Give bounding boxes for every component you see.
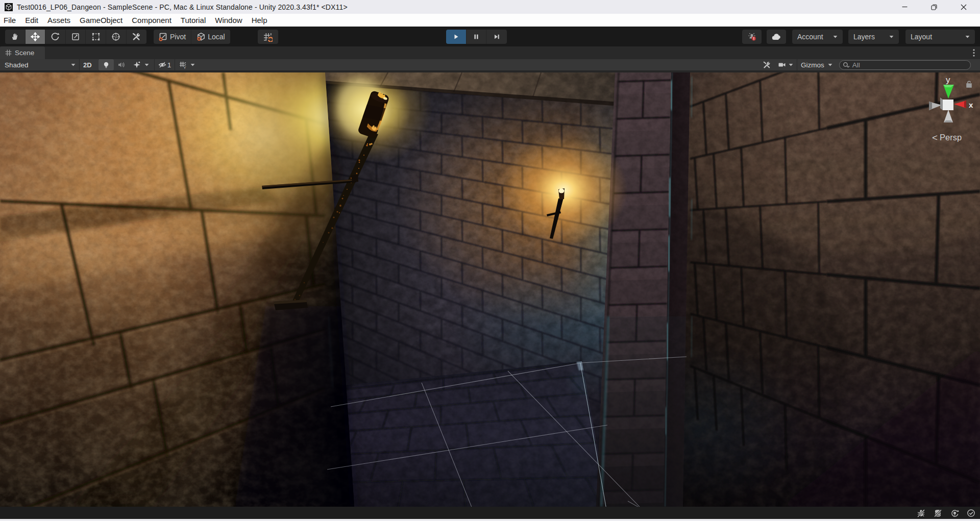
svg-text:˂: ˂ (932, 132, 938, 143)
svg-text:y: y (946, 75, 950, 85)
svg-text:Persp: Persp (940, 133, 962, 142)
svg-text:x: x (969, 101, 973, 109)
svg-text:Y: Y (184, 65, 186, 69)
